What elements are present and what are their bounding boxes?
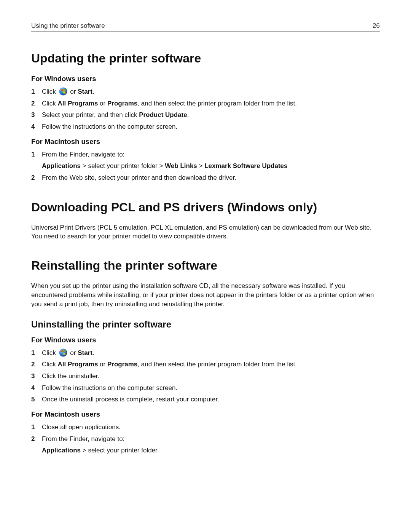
step-text: or (98, 361, 107, 368)
running-header: Using the printer software 26 (31, 22, 380, 32)
list-number: 1 (31, 150, 39, 160)
step-text: or (70, 349, 78, 356)
heading-uninstalling: Uninstalling the printer software (31, 319, 380, 330)
heading-downloading: Downloading PCL and PS drivers (Windows … (31, 200, 380, 215)
heading-update-mac: For Macintosh users (31, 137, 380, 146)
step-bold: Product Update (139, 111, 187, 118)
heading-uninstall-windows: For Windows users (31, 335, 380, 345)
list-number: 1 (31, 87, 39, 97)
step-subline: Applications > select your printer folde… (42, 446, 380, 455)
list-item: 1 Close all open applications. (31, 423, 380, 432)
list-number: 3 (31, 372, 39, 381)
list-item: 2 From the Finder, navigate to: Applicat… (31, 435, 380, 455)
step-text: Click the uninstaller. (42, 372, 99, 380)
list-item: 4 Follow the instructions on the compute… (31, 383, 380, 393)
step-text: Follow the instructions on the computer … (42, 123, 177, 130)
update-windows-steps: 1 Click or Start. 2 Click All Programs o (31, 87, 380, 132)
update-mac-steps: 1 From the Finder, navigate to: Applicat… (31, 150, 380, 183)
header-page-number: 26 (373, 22, 380, 30)
list-number: 2 (31, 435, 39, 444)
windows-start-orb-icon (59, 348, 67, 357)
step-text: Follow the instructions on the computer … (42, 384, 177, 391)
step-bold: Lexmark Software Updates (204, 162, 287, 169)
list-item: 5 Once the uninstall process is complete… (31, 395, 380, 404)
step-bold: Start (78, 349, 92, 356)
step-text: From the Web site, select your printer a… (42, 174, 236, 181)
step-bold: Programs (107, 361, 137, 368)
step-bold: All Programs (58, 100, 98, 107)
step-text: . (187, 111, 189, 118)
download-body: Universal Print Drivers (PCL 5 emulation… (31, 223, 380, 241)
uninstall-windows-steps: 1 Click or Start. 2 Click All Programs o (31, 348, 380, 404)
step-subline: Applications > select your printer folde… (42, 161, 380, 171)
step-text: From the Finder, navigate to: (42, 151, 124, 158)
step-text: , and then select the printer program fo… (137, 361, 297, 368)
step-bold: Web Links (165, 162, 197, 169)
step-text: . (92, 88, 94, 95)
step-bold: All Programs (58, 361, 98, 368)
list-number: 2 (31, 173, 39, 183)
list-item: 4 Follow the instructions on the compute… (31, 122, 380, 132)
list-item: 2 From the Web site, select your printer… (31, 173, 380, 183)
step-text: Click (42, 349, 58, 356)
heading-updating: Updating the printer software (31, 51, 380, 66)
step-bold: Applications (42, 447, 81, 454)
step-text: or (70, 88, 78, 95)
heading-update-windows: For Windows users (31, 74, 380, 83)
step-text: . (92, 349, 94, 356)
windows-start-orb-icon (59, 87, 67, 96)
step-text: From the Finder, navigate to: (42, 435, 124, 443)
list-item: 2 Click All Programs or Programs, and th… (31, 360, 380, 369)
step-text: or (98, 100, 107, 107)
reinstall-body: When you set up the printer using the in… (31, 281, 380, 308)
step-text: > select your printer folder > (81, 162, 165, 169)
header-title: Using the printer software (31, 22, 105, 30)
step-text: > (197, 162, 204, 169)
heading-reinstalling: Reinstalling the printer software (31, 258, 380, 273)
step-bold: Programs (107, 100, 137, 107)
list-number: 4 (31, 122, 39, 132)
list-number: 1 (31, 348, 39, 358)
list-number: 4 (31, 383, 39, 393)
step-bold: Start (78, 88, 92, 95)
document-page: Using the printer software 26 Updating t… (0, 0, 411, 532)
step-text: Select your printer, and then click (42, 111, 139, 118)
step-text: Click (42, 88, 58, 95)
list-number: 2 (31, 360, 39, 369)
list-number: 1 (31, 423, 39, 432)
uninstall-mac-steps: 1 Close all open applications. 2 From th… (31, 423, 380, 455)
step-text: Close all open applications. (42, 423, 121, 431)
step-text: Click (42, 100, 58, 107)
list-item: 3 Select your printer, and then click Pr… (31, 110, 380, 120)
list-number: 2 (31, 99, 39, 109)
list-item: 1 From the Finder, navigate to: Applicat… (31, 150, 380, 171)
step-text: , and then select the printer program fo… (137, 100, 297, 107)
list-number: 3 (31, 110, 39, 120)
heading-uninstall-mac: For Macintosh users (31, 410, 380, 419)
step-text: > select your printer folder (81, 447, 158, 454)
list-number: 5 (31, 395, 39, 404)
list-item: 3 Click the uninstaller. (31, 372, 380, 381)
list-item: 2 Click All Programs or Programs, and th… (31, 99, 380, 109)
step-bold: Applications (42, 162, 81, 169)
step-text: Click (42, 361, 58, 368)
step-text: Once the uninstall process is complete, … (42, 396, 219, 403)
list-item: 1 Click or Start. (31, 87, 380, 97)
list-item: 1 Click or Start. (31, 348, 380, 358)
